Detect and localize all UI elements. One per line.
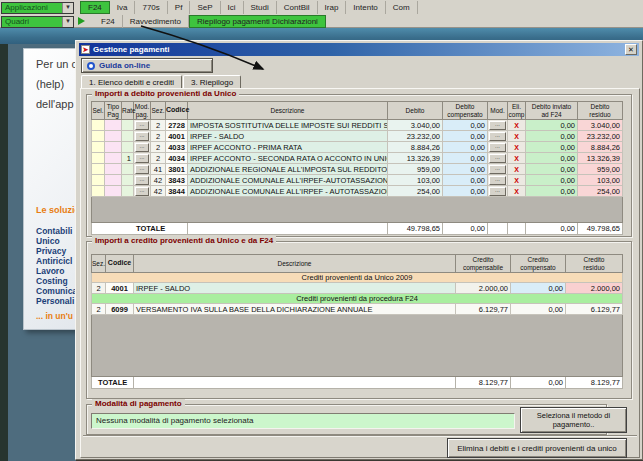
dialog-titlebar[interactable]: ➤ Gestione pagamenti ✕ <box>79 43 639 56</box>
sel-cell[interactable] <box>92 131 105 142</box>
elimina-compensazione-cell[interactable]: X <box>508 131 526 142</box>
tipo-pag-cell[interactable] <box>105 153 122 164</box>
rate-cell[interactable] <box>122 142 134 153</box>
debito-compensato-cell: 0,00 <box>443 120 488 131</box>
toolbar-subtab-riepilogo-pagamenti-dichiarazioni[interactable]: Riepilogo pagamenti Dichiarazioni <box>189 15 326 28</box>
debito-inviato-cell: 0,00 <box>526 186 578 197</box>
debito-compensato-cell: 0,00 <box>443 164 488 175</box>
toolbar-subtab-f24[interactable]: F24 <box>94 15 123 28</box>
tipo-pag-cell[interactable] <box>105 175 122 186</box>
toolbar-tab-iva[interactable]: Iva <box>110 1 136 14</box>
mod-cell: ... <box>488 131 508 142</box>
debito-residuo-cell: 254,00 <box>578 186 623 197</box>
credito-compensato-cell: 0,00 <box>511 304 566 315</box>
codice-cell: 4034 <box>166 153 188 164</box>
descrizione-cell: IRPEF - SALDO <box>188 131 388 142</box>
dialog-tabs: 1. Elenco debiti e crediti3. Riepilogo <box>81 75 242 89</box>
toolbar-tab-contbil[interactable]: ContBil <box>277 1 318 14</box>
ellipsis-button[interactable]: ... <box>489 121 506 130</box>
dialog-tab-1-elenco-debiti-e-crediti[interactable]: 1. Elenco debiti e crediti <box>81 75 182 89</box>
elimina-compensazione-cell[interactable]: X <box>508 164 526 175</box>
ellipsis-button[interactable]: ... <box>489 165 506 174</box>
debito-residuo-cell: 13.326,39 <box>578 153 623 164</box>
ellipsis-button[interactable]: ... <box>135 121 149 130</box>
column-header-tipo-pag: Tipo Pag <box>105 102 122 120</box>
column-header-debito-inviato-ad-f24: Debito inviato ad F24 <box>526 102 578 120</box>
help-button[interactable]: Guida on-line <box>81 58 213 73</box>
toolbar-subtabs: F24RavvedimentoRiepilogo pagamenti Dichi… <box>94 15 326 28</box>
dropdown-arrow-icon[interactable]: ▼ <box>62 17 73 27</box>
tipo-pag-cell[interactable] <box>105 186 122 197</box>
credito-compensabile-cell: 6.129,77 <box>456 304 511 315</box>
column-header-codice: Codice <box>166 102 188 120</box>
toolbar-tab-sep[interactable]: SeP <box>190 1 220 14</box>
toolbar-tab-770s[interactable]: 770s <box>135 1 167 14</box>
toolbar-tab-studi[interactable]: Studi <box>244 1 277 14</box>
mod-cell: ... <box>488 142 508 153</box>
sel-cell[interactable] <box>92 186 105 197</box>
rate-cell[interactable] <box>122 131 134 142</box>
select-payment-method-button[interactable]: Seleziona il metodo di pagamento.. <box>520 407 627 433</box>
column-header-debito-residuo: Debito residuo <box>578 102 623 120</box>
debito-cell: 959,00 <box>388 164 443 175</box>
toolbar-subtab-ravvedimento[interactable]: Ravvedimento <box>123 15 189 28</box>
dialog-tab-3-riepilogo[interactable]: 3. Riepilogo <box>183 75 241 89</box>
credito-compensabile-cell: 2.000,00 <box>456 283 511 294</box>
toolbar-tab-ici[interactable]: Ici <box>221 1 244 14</box>
toolbar-tab-pf[interactable]: Pf <box>168 1 191 14</box>
elimina-compensazione-cell[interactable]: X <box>508 175 526 186</box>
credit-totale-row: TOTALE8.129,770,008.129,77 <box>92 377 623 389</box>
sel-cell[interactable] <box>92 120 105 131</box>
close-button[interactable]: ✕ <box>625 44 637 55</box>
ellipsis-button[interactable]: ... <box>135 132 149 141</box>
codice-cell: 4001 <box>106 283 134 294</box>
delete-debits-credits-button[interactable]: Elimina i debiti e i crediti provenienti… <box>447 438 627 458</box>
elimina-compensazione-cell[interactable]: X <box>508 153 526 164</box>
credit-section-title: Importi a credito provenienti da Unico e… <box>92 236 276 245</box>
ellipsis-button[interactable]: ... <box>135 176 149 185</box>
sel-cell[interactable] <box>92 142 105 153</box>
ellipsis-button[interactable]: ... <box>135 154 149 163</box>
ellipsis-button[interactable]: ... <box>489 143 506 152</box>
sez-cell: 2 <box>151 131 166 142</box>
mod-pag-cell: ... <box>134 186 151 197</box>
column-header-credito-residuo: Credito residuo <box>566 255 623 273</box>
toolbar-tab-com[interactable]: Com <box>386 1 418 14</box>
ellipsis-button[interactable]: ... <box>489 187 506 196</box>
ellipsis-button[interactable]: ... <box>135 165 149 174</box>
sel-cell[interactable] <box>92 153 105 164</box>
toolbar-tab-f24[interactable]: F24 <box>80 1 110 14</box>
empty-area <box>92 315 623 377</box>
rate-cell[interactable] <box>122 175 134 186</box>
elimina-compensazione-cell[interactable]: X <box>508 120 526 131</box>
tipo-pag-cell[interactable] <box>105 131 122 142</box>
quadri-select[interactable]: Quadri ▼ <box>1 16 74 28</box>
debit-row-4033: ...24033IRPEF ACCONTO - PRIMA RATA8.884,… <box>92 142 623 153</box>
column-header-credito-compensato: Credito compensato <box>511 255 566 273</box>
elimina-compensazione-cell[interactable]: X <box>508 142 526 153</box>
codice-cell: 2728 <box>166 120 188 131</box>
payment-method-field[interactable]: Nessuna modalità di pagamento selezionat… <box>91 413 515 429</box>
dropdown-arrow-icon[interactable]: ▼ <box>62 3 73 13</box>
sel-cell[interactable] <box>92 164 105 175</box>
toolbar-tab-intento[interactable]: Intento <box>346 1 385 14</box>
rate-cell[interactable] <box>122 164 134 175</box>
application-select[interactable]: Applicazioni ▼ <box>1 2 74 14</box>
ellipsis-button[interactable]: ... <box>489 176 506 185</box>
payment-section-title: Modalità di pagamento <box>92 399 185 408</box>
rate-cell[interactable] <box>122 186 134 197</box>
toolbar-tab-irap[interactable]: Irap <box>318 1 347 14</box>
ellipsis-button[interactable]: ... <box>489 132 506 141</box>
rate-cell[interactable] <box>122 120 134 131</box>
elimina-compensazione-cell[interactable]: X <box>508 186 526 197</box>
rate-cell[interactable]: 1 <box>122 153 134 164</box>
debit-row-3844: ...423844ADDIZIONALE COMUNALE ALL'IRPEF … <box>92 186 623 197</box>
tipo-pag-cell[interactable] <box>105 120 122 131</box>
sel-cell[interactable] <box>92 175 105 186</box>
run-icon[interactable] <box>78 17 85 25</box>
tipo-pag-cell[interactable] <box>105 164 122 175</box>
ellipsis-button[interactable]: ... <box>135 143 149 152</box>
tipo-pag-cell[interactable] <box>105 142 122 153</box>
ellipsis-button[interactable]: ... <box>489 154 506 163</box>
ellipsis-button[interactable]: ... <box>135 187 149 196</box>
